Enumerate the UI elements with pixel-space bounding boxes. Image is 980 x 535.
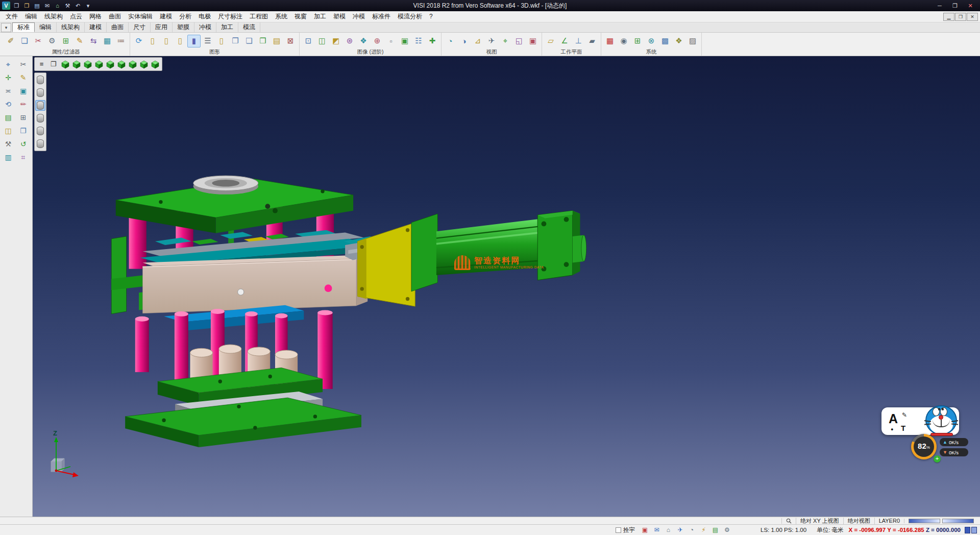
menu-item[interactable]: 建模 xyxy=(156,11,176,22)
view-window-icon[interactable]: ❐ xyxy=(48,59,59,69)
quick-access-icon[interactable]: ▾ xyxy=(84,2,92,10)
menu-item[interactable]: 文件 xyxy=(2,11,21,22)
toolbar-icon[interactable]: ❖ xyxy=(357,35,370,47)
toolbar-icon[interactable]: ▣ xyxy=(398,35,411,47)
view-cube-icon[interactable] xyxy=(60,59,70,69)
3d-model-canvas[interactable] xyxy=(33,56,980,517)
toolbar-icon[interactable]: ⊗ xyxy=(645,35,658,47)
menu-item[interactable]: 线架构 xyxy=(41,11,66,22)
toolbar-icon[interactable]: ⌖ xyxy=(499,35,512,47)
quick-access-icon[interactable]: ❒ xyxy=(12,2,21,10)
view-mode-indicator[interactable]: 绝对 XY 上视图 xyxy=(796,518,843,524)
view-cube-icon[interactable] xyxy=(150,59,160,69)
toolbar-icon[interactable]: ❐ xyxy=(229,35,242,47)
toolbar-icon[interactable]: ⊛ xyxy=(343,35,356,47)
toolbar-icon[interactable]: ⟳ xyxy=(132,35,145,47)
toolbar-icon[interactable]: ▨ xyxy=(686,35,699,47)
toolbar-icon[interactable]: ▯ xyxy=(160,35,173,47)
view-cube-icon[interactable] xyxy=(93,59,104,69)
menu-item[interactable]: 系统 xyxy=(272,11,291,22)
side-toolbar-icon[interactable]: ◫ xyxy=(2,125,15,137)
toolbar-icon[interactable]: ✈ xyxy=(485,35,498,47)
ribbon-tab[interactable]: 建模 xyxy=(85,22,107,32)
side-toolbar-icon[interactable]: ⌖ xyxy=(2,58,15,70)
toolbar-icon[interactable]: ◫ xyxy=(315,35,329,47)
toolbar-icon[interactable]: ⊿ xyxy=(471,35,484,47)
lock-toggle[interactable]: 拴宇 xyxy=(616,526,635,534)
view-cube-icon[interactable] xyxy=(82,59,93,69)
status-icon[interactable]: ✈ xyxy=(675,526,685,534)
toolbar-icon[interactable]: ▦ xyxy=(603,35,617,47)
quick-access-icon[interactable]: ▤ xyxy=(33,2,41,10)
ribbon-tab[interactable]: 塑膜 xyxy=(173,22,194,32)
mdi-close-button[interactable]: ✕ xyxy=(967,13,978,21)
ribbon-tab[interactable]: 加工 xyxy=(216,22,238,32)
status-search[interactable] xyxy=(781,518,796,524)
status-icon[interactable]: ⚙ xyxy=(722,526,732,534)
toolbar-icon[interactable]: ▩ xyxy=(658,35,672,47)
toolbar-icon[interactable]: ◑ xyxy=(457,35,471,47)
menu-item[interactable]: ? xyxy=(426,11,436,22)
filter-cylinder-icon[interactable] xyxy=(35,126,45,136)
toolbar-icon[interactable]: ❏ xyxy=(18,35,31,47)
toolbar-icon[interactable]: ▣ xyxy=(526,35,540,47)
toolbar-icon[interactable]: ▯ xyxy=(174,35,187,47)
menu-item[interactable]: 编辑 xyxy=(21,11,41,22)
menu-item[interactable]: 标准件 xyxy=(369,11,394,22)
ribbon-tab[interactable]: 编辑 xyxy=(35,22,57,32)
absolute-view-indicator[interactable]: 绝对视图 xyxy=(843,518,874,524)
battery-ring[interactable]: 82% xyxy=(911,434,937,459)
lock-checkbox[interactable] xyxy=(616,527,621,533)
toolbar-icon[interactable]: ◱ xyxy=(512,35,526,47)
ribbon-tab[interactable]: 冲模 xyxy=(194,22,216,32)
close-button[interactable]: ✕ xyxy=(963,1,978,11)
toolbar-icon[interactable]: ≔ xyxy=(114,35,128,47)
status-icon[interactable]: ▤ xyxy=(710,526,720,534)
tab-dropdown-button[interactable]: ▾ xyxy=(1,23,11,32)
side-toolbar-icon[interactable]: ⟲ xyxy=(2,98,15,110)
toolbar-icon[interactable]: ❏ xyxy=(242,35,256,47)
toolbar-icon[interactable]: ❖ xyxy=(672,35,685,47)
status-icon[interactable]: ▣ xyxy=(640,526,650,534)
3d-viewport[interactable]: ≡ ❐ xyxy=(33,56,980,517)
minimize-button[interactable]: ─ xyxy=(932,1,947,11)
toolbar-icon[interactable]: ▤ xyxy=(270,35,283,47)
menu-item[interactable]: 网格 xyxy=(86,11,105,22)
doraemon-avatar[interactable] xyxy=(923,404,961,438)
side-toolbar-icon[interactable]: ▥ xyxy=(2,151,15,163)
toolbar-icon[interactable]: ✂ xyxy=(32,35,45,47)
side-toolbar-icon[interactable]: ≍ xyxy=(2,85,15,97)
toolbar-icon[interactable]: ◔ xyxy=(444,35,457,47)
view-cube-icon[interactable] xyxy=(138,59,149,69)
toolbar-icon[interactable]: ▱ xyxy=(544,35,557,47)
toolbar-icon[interactable]: ⊕ xyxy=(371,35,384,47)
status-icon[interactable]: ⚡ xyxy=(699,526,708,534)
units-indicator[interactable]: 单位: 毫米 xyxy=(812,526,848,534)
toolbar-icon[interactable]: ▰ xyxy=(585,35,599,47)
toolbar-icon[interactable]: ⊡ xyxy=(302,35,315,47)
layer-indicator[interactable]: LAYER0 xyxy=(874,518,904,524)
ribbon-tab[interactable]: 尺寸 xyxy=(129,22,151,32)
gradient-bar-1[interactable] xyxy=(909,519,940,523)
quick-access-icon[interactable]: ⌂ xyxy=(53,2,62,10)
view-cube-icon[interactable] xyxy=(71,59,82,69)
app-logo-icon[interactable]: V xyxy=(2,2,10,10)
toolbar-icon[interactable]: ⚙ xyxy=(45,35,59,47)
side-toolbar-icon[interactable]: ✏ xyxy=(17,98,30,110)
toolbar-icon[interactable]: ⇆ xyxy=(87,35,100,47)
doraemon-speed-widget[interactable]: A ✎ ● T xyxy=(881,406,978,467)
side-toolbar-icon[interactable]: ✂ xyxy=(17,58,30,70)
filter-cylinder-icon[interactable] xyxy=(35,100,45,111)
quick-access-icon[interactable]: ❐ xyxy=(22,2,31,10)
side-toolbar-icon[interactable]: ✎ xyxy=(17,71,30,84)
status-icon[interactable]: ⌂ xyxy=(664,526,673,534)
side-toolbar-icon[interactable]: ⚒ xyxy=(2,138,15,150)
filter-cylinder-icon[interactable] xyxy=(35,138,45,149)
side-toolbar-icon[interactable]: ✛ xyxy=(2,71,15,84)
ribbon-tab[interactable]: 曲面 xyxy=(107,22,129,32)
menu-item[interactable]: 冲模 xyxy=(349,11,369,22)
menu-item[interactable]: 塑模 xyxy=(330,11,349,22)
toolbar-icon[interactable]: ◉ xyxy=(617,35,630,47)
menu-item[interactable]: 工程图 xyxy=(246,11,272,22)
ribbon-tab[interactable]: 应用 xyxy=(151,22,173,32)
